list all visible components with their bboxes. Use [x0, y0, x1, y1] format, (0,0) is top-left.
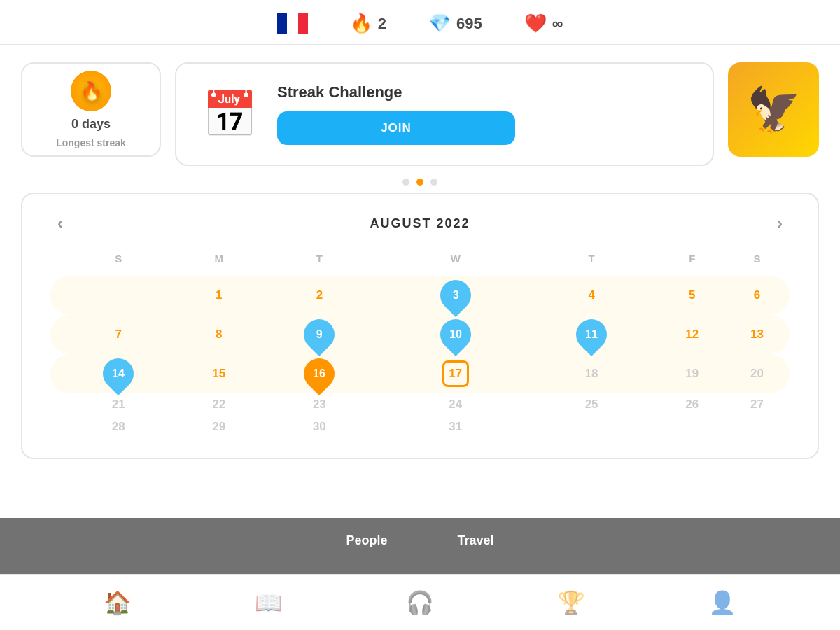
- day-22[interactable]: 22: [186, 393, 251, 416]
- carousel-dots: [0, 178, 840, 186]
- streak-count: 2: [378, 15, 386, 33]
- day-12[interactable]: 12: [659, 315, 724, 354]
- day-empty-end-3: [724, 416, 790, 438]
- col-fri: F: [659, 250, 724, 276]
- lesson-labels-row: People Travel: [0, 528, 840, 548]
- top-bar: 🔥 2 💎 695 ❤️ ∞: [0, 0, 840, 46]
- flag-icon: [277, 13, 308, 34]
- pin-3: 3: [434, 274, 477, 317]
- calendar-week-4: 21 22 23 24 25 26 27: [50, 393, 790, 416]
- day-empty-end-1: [524, 416, 659, 438]
- day-15[interactable]: 15: [186, 354, 251, 393]
- day-20[interactable]: 20: [724, 354, 790, 393]
- day-13[interactable]: 13: [724, 315, 790, 354]
- day-10[interactable]: 10: [388, 315, 524, 354]
- svg-rect-0: [277, 13, 287, 34]
- day-25[interactable]: 25: [524, 393, 659, 416]
- lesson-travel-label[interactable]: Travel: [457, 533, 493, 548]
- day-16[interactable]: 16: [251, 354, 387, 393]
- nav-leaderboard[interactable]: 🏆: [557, 589, 585, 616]
- day-4[interactable]: 4: [524, 276, 659, 315]
- col-sat: S: [724, 250, 790, 276]
- gems-count: 695: [456, 15, 482, 33]
- col-wed: W: [388, 250, 524, 276]
- day-empty-1: [50, 276, 186, 315]
- col-thu: T: [524, 250, 659, 276]
- calendar-week-5: 28 29 30 31: [50, 416, 790, 438]
- day-5[interactable]: 5: [659, 276, 724, 315]
- col-mon: M: [186, 250, 251, 276]
- calendar-week-1: 1 2 3 4 5 6: [50, 276, 790, 315]
- today-box-17: 17: [442, 360, 469, 387]
- day-3[interactable]: 3: [388, 276, 524, 315]
- col-sun: S: [50, 250, 186, 276]
- day-8[interactable]: 8: [186, 315, 251, 354]
- day-6[interactable]: 6: [724, 276, 790, 315]
- calendar-prev-button[interactable]: ‹: [50, 214, 70, 233]
- streak-days: 0 days: [71, 117, 111, 132]
- pin-10: 10: [434, 313, 477, 356]
- calendar-table: S M T W T F S 1 2 3 4 5 6: [50, 250, 790, 438]
- day-1[interactable]: 1: [186, 276, 251, 315]
- challenge-card: 📅 Streak Challenge JOIN: [175, 62, 714, 166]
- streak-icon: 🔥: [71, 71, 111, 111]
- calendar-title: AUGUST 2022: [370, 216, 470, 231]
- calendar-next-button[interactable]: ›: [770, 214, 790, 233]
- flame-icon: 🔥: [350, 13, 372, 34]
- calendar-week-2: 7 8 9 10 11 12 13: [50, 315, 790, 354]
- dot-1[interactable]: [402, 178, 410, 186]
- league-card[interactable]: 🦅: [728, 62, 819, 157]
- hearts-stat[interactable]: ❤️ ∞: [524, 13, 564, 34]
- gems-stat[interactable]: 💎 695: [428, 13, 482, 34]
- calendar-header: ‹ AUGUST 2022 ›: [50, 214, 790, 233]
- home-icon: 🏠: [104, 589, 132, 616]
- headphones-icon: 🎧: [406, 589, 434, 616]
- profile-icon: 👤: [708, 589, 736, 616]
- language-flag[interactable]: [277, 13, 308, 34]
- bottom-nav: 🏠 📖 🎧 🏆 👤: [0, 574, 840, 630]
- book-icon: 📖: [255, 589, 283, 616]
- pin-14: 14: [97, 352, 140, 396]
- day-27[interactable]: 27: [724, 393, 790, 416]
- svg-rect-2: [298, 13, 308, 34]
- main-content: 🔥 0 days Longest streak 📅 Streak Challen…: [0, 46, 840, 166]
- day-18[interactable]: 18: [524, 354, 659, 393]
- nav-profile[interactable]: 👤: [708, 589, 736, 616]
- day-19[interactable]: 19: [659, 354, 724, 393]
- day-31[interactable]: 31: [388, 416, 524, 438]
- day-30[interactable]: 30: [251, 416, 387, 438]
- day-7[interactable]: 7: [50, 315, 186, 354]
- heart-icon: ❤️: [524, 13, 547, 34]
- day-empty-end-2: [659, 416, 724, 438]
- join-button[interactable]: JOIN: [277, 111, 515, 145]
- nav-home[interactable]: 🏠: [104, 589, 132, 616]
- day-11[interactable]: 11: [524, 315, 659, 354]
- streak-stat[interactable]: 🔥 2: [350, 13, 386, 34]
- day-17[interactable]: 17: [388, 354, 524, 393]
- day-14[interactable]: 14: [50, 354, 186, 393]
- pin-9: 9: [298, 313, 341, 356]
- challenge-title: Streak Challenge: [277, 83, 687, 102]
- nav-audio[interactable]: 🎧: [406, 589, 434, 616]
- hearts-value: ∞: [552, 15, 564, 33]
- day-29[interactable]: 29: [186, 416, 251, 438]
- day-21[interactable]: 21: [50, 393, 186, 416]
- calendar-week-3: 14 15 16 17 18 19 20: [50, 354, 790, 393]
- day-23[interactable]: 23: [251, 393, 387, 416]
- day-2[interactable]: 2: [251, 276, 387, 315]
- challenge-icon: 📅: [202, 88, 258, 141]
- day-9[interactable]: 9: [251, 315, 387, 354]
- streak-panel: 🔥 0 days Longest streak: [21, 62, 161, 157]
- trophy-icon: 🏆: [557, 589, 585, 616]
- challenge-text: Streak Challenge JOIN: [277, 83, 687, 145]
- day-28[interactable]: 28: [50, 416, 186, 438]
- calendar: ‹ AUGUST 2022 › S M T W T F S 1 2 3: [21, 192, 819, 459]
- day-26[interactable]: 26: [659, 393, 724, 416]
- dot-3[interactable]: [430, 178, 438, 186]
- svg-rect-1: [287, 13, 298, 34]
- dot-2-active[interactable]: [416, 178, 424, 186]
- streak-longest-label: Longest streak: [56, 137, 126, 148]
- lesson-people-label[interactable]: People: [346, 533, 387, 548]
- day-24[interactable]: 24: [388, 393, 524, 416]
- nav-lessons[interactable]: 📖: [255, 589, 283, 616]
